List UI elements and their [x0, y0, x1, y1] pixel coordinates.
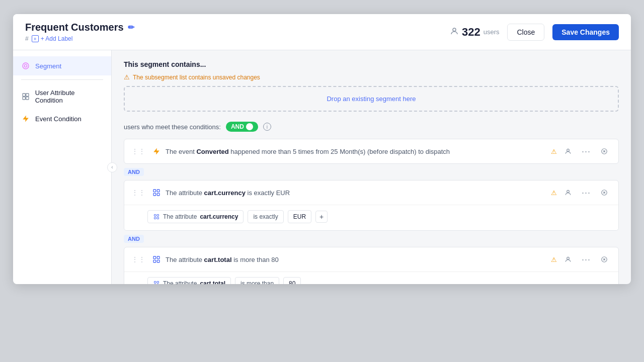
save-changes-button[interactable]: Save Changes: [552, 24, 619, 40]
cart-total-chip[interactable]: The attribute cart.total: [147, 277, 231, 284]
cart-currency-expand-area: The attribute cart.currency is exactly E…: [124, 205, 618, 230]
event-condition-text: The event Converted happened more than 5…: [166, 148, 547, 155]
sidebar-event-label: Event Condition: [35, 115, 82, 123]
and-badge-1: AND: [124, 168, 144, 176]
conditions-header: users who meet these conditions: AND i: [124, 122, 619, 132]
svg-rect-22: [157, 215, 159, 217]
condition-card-cart-total: ⋮⋮ The attribute cart.total is more than…: [124, 247, 619, 284]
sidebar-divider: [21, 79, 103, 80]
modal-body: Segment User Attribute Condition Event C…: [13, 50, 631, 284]
svg-rect-4: [26, 94, 29, 96]
cart-currency-builder: The attribute cart.currency is exactly E…: [147, 210, 611, 223]
svg-marker-8: [154, 148, 159, 154]
and-badge-2: AND: [124, 235, 144, 243]
condition-card-cart-currency: ⋮⋮ The attribute cart.currency is exactl…: [124, 180, 619, 231]
svg-point-17: [567, 190, 570, 193]
cart-total-remove-icon[interactable]: [597, 252, 611, 266]
svg-point-29: [567, 257, 570, 259]
svg-rect-5: [23, 97, 25, 100]
drop-zone[interactable]: Drop an existing segment here: [124, 86, 619, 112]
svg-rect-14: [157, 190, 159, 192]
main-content: This segment contains... ⚠ The subsegmen…: [112, 50, 631, 284]
svg-rect-28: [157, 260, 159, 262]
event-remove-icon[interactable]: [597, 144, 611, 158]
segment-contains-title: This segment contains...: [124, 60, 619, 68]
and-toggle-label: AND: [231, 123, 244, 130]
and-toggle-button[interactable]: AND: [226, 122, 258, 132]
cart-currency-condition-text: The attribute cart.currency is exactly E…: [166, 189, 547, 197]
cart-total-more-icon[interactable]: ···: [579, 252, 593, 266]
modal-header: Frequent Customers ✏ # + + Add Label 322…: [13, 14, 631, 50]
event-condition-actions: ···: [561, 144, 611, 158]
builder-grid-icon-1: [153, 213, 160, 220]
warning-triangle-icon: ⚠: [124, 73, 130, 81]
svg-rect-27: [153, 260, 156, 262]
svg-rect-3: [23, 94, 25, 96]
cart-currency-person-icon[interactable]: [561, 186, 575, 200]
svg-rect-16: [157, 193, 159, 196]
cart-currency-chip[interactable]: The attribute cart.currency: [147, 210, 244, 223]
cart-total-person-icon[interactable]: [561, 252, 575, 266]
user-count-display: 322 users: [450, 26, 500, 39]
condition-card-event: ⋮⋮ The event Converted happened more tha…: [124, 139, 619, 164]
event-icon: [21, 114, 30, 123]
breadcrumb: # + + Add Label: [25, 35, 134, 42]
svg-marker-7: [23, 116, 29, 122]
svg-rect-25: [153, 256, 156, 259]
svg-rect-26: [157, 256, 159, 259]
modal-title: Frequent Customers ✏: [25, 22, 134, 33]
drag-handle-cart-currency[interactable]: ⋮⋮: [131, 189, 145, 197]
attribute-grid-icon-1: [151, 188, 162, 198]
unsaved-warning-text: The subsegment list contains unsaved cha…: [133, 74, 260, 81]
cart-currency-condition-actions: ···: [561, 186, 611, 200]
cart-currency-more-icon[interactable]: ···: [579, 186, 593, 200]
event-person-icon[interactable]: [561, 144, 575, 158]
user-number: 322: [462, 26, 480, 39]
drag-handle-cart-total[interactable]: ⋮⋮: [131, 255, 145, 263]
sidebar-item-event[interactable]: Event Condition: [13, 109, 111, 128]
builder-grid-icon-2: [153, 280, 160, 284]
event-bolt-icon: [151, 146, 162, 156]
svg-rect-21: [154, 215, 156, 217]
svg-rect-15: [153, 193, 156, 196]
and-separator-1: AND: [124, 168, 619, 176]
and-separator-2: AND: [124, 235, 619, 243]
add-label-button[interactable]: + + Add Label: [32, 35, 73, 42]
condition-row-cart-total: ⋮⋮ The attribute cart.total is more than…: [124, 247, 618, 272]
sidebar-item-segment[interactable]: Segment: [13, 56, 111, 75]
sidebar-collapse-button[interactable]: ‹: [107, 162, 117, 172]
cart-total-builder: The attribute cart.total is more than 80: [147, 277, 611, 284]
conditions-info-icon[interactable]: i: [263, 123, 271, 131]
segment-name: Frequent Customers: [25, 22, 124, 33]
sidebar: Segment User Attribute Condition Event C…: [13, 50, 112, 284]
drop-zone-label: Drop an existing segment here: [327, 95, 416, 103]
cart-currency-warning-icon: ⚠: [551, 189, 557, 197]
cart-total-warning-icon: ⚠: [551, 256, 557, 263]
cart-currency-value: EUR: [288, 210, 311, 223]
cart-total-operator[interactable]: is more than: [235, 277, 279, 284]
svg-point-0: [453, 28, 456, 31]
condition-row-event: ⋮⋮ The event Converted happened more tha…: [124, 139, 618, 163]
add-label-icon: +: [32, 35, 39, 42]
users-label: users: [484, 28, 500, 36]
close-button[interactable]: Close: [507, 24, 544, 41]
condition-row-cart-currency: ⋮⋮ The attribute cart.currency is exactl…: [124, 180, 618, 205]
cart-total-condition-text: The attribute cart.total is more than 80: [166, 256, 547, 263]
sidebar-item-user-attribute[interactable]: User Attribute Condition: [13, 84, 111, 109]
toggle-circle: [246, 123, 253, 130]
sidebar-segment-label: Segment: [35, 62, 61, 70]
edit-icon[interactable]: ✏: [128, 23, 134, 32]
svg-rect-23: [154, 217, 156, 219]
svg-point-2: [24, 64, 27, 67]
event-more-icon[interactable]: ···: [579, 144, 593, 158]
user-icon: [450, 27, 459, 38]
svg-rect-13: [153, 190, 156, 192]
drag-handle-event[interactable]: ⋮⋮: [131, 147, 145, 155]
cart-currency-remove-icon[interactable]: [597, 186, 611, 200]
cart-total-expand-area: The attribute cart.total is more than 80: [124, 272, 618, 284]
header-left: Frequent Customers ✏ # + + Add Label: [25, 22, 134, 42]
sidebar-user-attribute-label: User Attribute Condition: [35, 89, 103, 104]
cart-currency-operator[interactable]: is exactly: [248, 210, 283, 223]
unsaved-warning: ⚠ The subsegment list contains unsaved c…: [124, 73, 619, 81]
cart-currency-add-button[interactable]: +: [315, 211, 328, 223]
